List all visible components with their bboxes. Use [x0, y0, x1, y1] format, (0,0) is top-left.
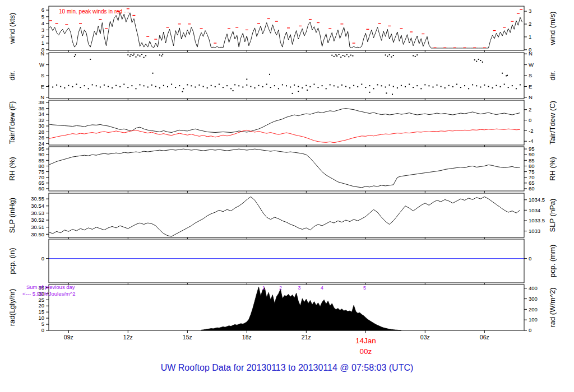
wind_direction_deg-point: [123, 84, 124, 85]
wind_direction_deg-point: [226, 85, 228, 86]
pcp-right-axis-label: pcp. (mm): [548, 245, 557, 278]
rh-panel: 60657075808590956065707580859095RH (%)RH…: [8, 146, 557, 193]
rad-sum-milestone: 3: [298, 285, 300, 291]
wind_direction_deg-point: [496, 85, 497, 86]
wind_direction_deg-point: [345, 86, 346, 87]
rh-right-tick-label: 95: [529, 146, 535, 152]
dir-extra-point: [415, 56, 416, 57]
dir-extra-point: [75, 54, 76, 55]
wind_direction_deg-point: [274, 85, 275, 86]
wind_direction_deg-point: [381, 85, 382, 86]
tair-tdew-left-tick-label: 34: [38, 111, 44, 117]
pcp-left-tick-label: 0: [41, 255, 44, 262]
dir-extra-point: [386, 92, 387, 94]
rad-right-axis-label: rad (W/m^2): [548, 287, 557, 327]
wind_direction_deg-point: [119, 86, 121, 87]
rad-left-tick-label: 15: [38, 309, 44, 315]
wind_direction_deg-point: [409, 84, 410, 85]
wind-right-tick-label: 2: [529, 21, 531, 27]
wind-right-axis-label: wind (m/s): [548, 12, 557, 46]
wind_direction_deg-point: [460, 87, 461, 88]
dir-panel: NESWNNESWNdir.dir.: [8, 50, 557, 100]
Tair_F-line: [49, 109, 520, 133]
pcp-right-tick-label: 0: [529, 255, 531, 262]
rad-right-tick-label: 0: [529, 327, 531, 333]
wind_direction_deg-point: [413, 87, 414, 88]
wind-panel: 0123456012310 min. peak winds in red - -…: [8, 6, 557, 53]
wind_direction_deg-point: [397, 87, 398, 88]
tair-tdew-left-tick-label: 36: [38, 105, 44, 111]
wind_direction_deg-point: [452, 86, 453, 87]
dir-right-tick-label: S: [529, 72, 532, 78]
wind_direction_deg-point: [207, 87, 208, 88]
rad-sum-milestone: 1: [262, 285, 265, 291]
wind_direction_deg-point: [500, 86, 501, 87]
wind_direction_deg-point: [56, 85, 57, 86]
x-axis-label: 06z: [480, 334, 489, 340]
wind_direction_deg-point: [175, 87, 176, 88]
wind_direction_deg-point: [492, 87, 493, 88]
dir-extra-point: [127, 54, 128, 55]
rh-left-tick-label: 65: [38, 180, 44, 186]
rh-right-tick-label: 80: [529, 163, 535, 169]
wind_direction_deg-point: [508, 87, 509, 88]
dir-extra-point: [385, 54, 386, 55]
rh-left-tick-label: 85: [38, 157, 44, 164]
rh-right-tick-label: 60: [529, 185, 535, 192]
wind_direction_deg-point: [96, 85, 97, 86]
wind_direction_deg-point: [520, 84, 521, 85]
wind_direction_deg-point: [472, 84, 473, 85]
dir-left-axis-label: dir.: [8, 71, 16, 80]
dir-extra-point: [478, 59, 479, 60]
wind-left-tick-label: 6: [41, 7, 44, 13]
slp-panel: 30.5030.5130.5230.5330.5430.5510331033.5…: [8, 193, 557, 239]
dir-extra-point: [74, 56, 75, 57]
dir-extra-point: [161, 55, 162, 57]
rh-right-tick-label: 75: [529, 169, 535, 175]
tair-tdew-right-tick-label: 0: [529, 117, 531, 123]
wind_direction_deg-point: [314, 84, 315, 85]
pcp-left-axis-label: pcp. (in): [8, 248, 16, 274]
wind_direction_deg-point: [191, 85, 192, 86]
solar_radiation_Lgly_hr-area: [201, 287, 401, 330]
dir-extra-point: [413, 55, 414, 56]
wind_direction_deg-point: [195, 87, 196, 88]
slp-left-tick-label: 30.52: [31, 217, 44, 223]
wind_direction_deg-point: [334, 85, 335, 86]
wind_direction_deg-point: [428, 85, 429, 86]
dir-extra-point: [340, 57, 341, 58]
dir-extra-point: [476, 61, 477, 62]
wind_direction_deg-point: [159, 87, 160, 88]
x-axis-label: 18z: [242, 334, 252, 340]
wind_direction_deg-point: [72, 86, 73, 87]
dir-extra-point: [292, 93, 293, 94]
wind_direction_deg-point: [337, 87, 339, 88]
dir-extra-point: [369, 92, 370, 93]
dir-extra-point: [391, 57, 392, 58]
rh-left-tick-label: 60: [38, 185, 44, 192]
tair-tdew-left-tick-label: 26: [38, 134, 44, 141]
dir-extra-point: [344, 56, 345, 57]
tair-tdew-panel: 2426283032343638-4-202Tair/Tdew (F)Tair/…: [8, 99, 557, 147]
wind_direction_deg-point: [131, 85, 132, 86]
wind_direction_deg-point: [100, 87, 101, 88]
wind_direction_deg-point: [88, 88, 89, 89]
tair-tdew-left-tick-label: 30: [38, 123, 44, 129]
wind_direction_deg-point: [433, 87, 434, 88]
dir-left-tick-label: E: [41, 83, 44, 90]
wind_direction_deg-point: [76, 84, 77, 85]
dir-extra-point: [141, 54, 142, 55]
wind_direction_deg-point: [424, 84, 425, 85]
wind-left-tick-label: 3: [41, 27, 44, 33]
wind_direction_deg-point: [420, 88, 422, 89]
rad-left-tick-label: 5: [41, 321, 44, 327]
tair-tdew-left-tick-label: 32: [38, 117, 44, 123]
tair-tdew-right-tick-label: -2: [529, 128, 533, 134]
wind_direction_deg-point: [171, 84, 172, 85]
dir-extra-point: [392, 94, 393, 95]
rh-left-tick-label: 90: [38, 151, 44, 157]
rh-left-axis-label: RH (%): [8, 157, 16, 181]
wind_direction_deg-point: [147, 87, 149, 88]
wind_direction_deg-point: [385, 87, 386, 88]
dir-extra-point: [331, 55, 332, 56]
